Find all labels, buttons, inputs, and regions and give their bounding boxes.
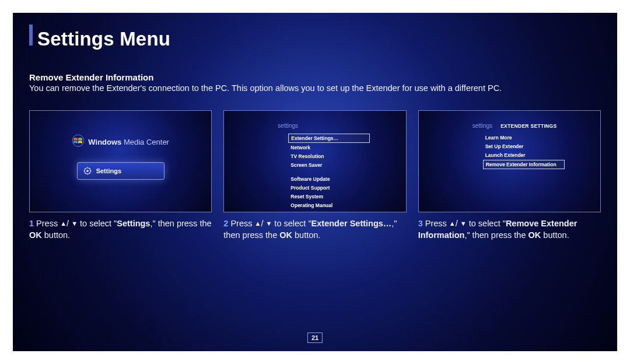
screenshot-panel-1: Windows Media Center xyxy=(29,110,212,212)
up-arrow-icon: ▲ xyxy=(60,220,66,227)
manual-page: Settings Menu Remove Extender Informatio… xyxy=(13,13,617,351)
svg-line-9 xyxy=(85,173,85,174)
panel2-menu-list: Extender Settings… Network TV Resolution… xyxy=(224,134,405,209)
screenshot-panel-2: settings Extender Settings… Network TV R… xyxy=(223,110,406,212)
menu-item-remove-extender-info: Remove Extender Information xyxy=(483,160,565,169)
menu-item-screen-saver: Screen Saver xyxy=(288,161,370,169)
wmc-text-light: Media Center xyxy=(121,138,169,146)
panel3-header: settings EXTENDER SETTINGS xyxy=(419,111,600,134)
menu-item-tv-resolution: TV Resolution xyxy=(288,152,370,160)
menu-item-launch-extender: Launch Extender xyxy=(483,151,565,159)
step-number-1: 1 xyxy=(29,219,34,228)
page-number: 21 xyxy=(307,332,323,343)
menu-item-reset-system: Reset System xyxy=(288,192,370,201)
settings-tile-label: Settings xyxy=(96,167,121,174)
menu-item-software-update: Software Update xyxy=(288,175,370,183)
caption-3: 3Press ▲/ ▼ to select "Remove Extender I… xyxy=(418,218,601,241)
down-arrow-icon: ▼ xyxy=(460,220,467,227)
screenshot-panels: Windows Media Center xyxy=(29,110,601,212)
panel3-menu-list: Learn More Set Up Extender Launch Extend… xyxy=(419,134,600,169)
wmc-logo-row: Windows Media Center xyxy=(30,134,211,149)
menu-item-extender-settings: Extender Settings… xyxy=(288,134,370,143)
svg-line-8 xyxy=(89,173,90,174)
wmc-text-bold: Windows xyxy=(88,138,121,146)
section-heading: Remove Extender Information xyxy=(29,72,601,82)
panel3-crumb: settings xyxy=(473,123,492,129)
svg-point-2 xyxy=(86,170,89,172)
menu-item-operating-manual: Operating Manual xyxy=(288,201,370,209)
menu-item-set-up-extender: Set Up Extender xyxy=(483,142,565,150)
menu-item-product-support: Product Support xyxy=(288,184,370,192)
settings-tile: Settings xyxy=(77,162,164,180)
menu-item-learn-more: Learn More xyxy=(483,134,565,142)
step-number-2: 2 xyxy=(223,219,228,228)
wmc-logo-text: Windows Media Center xyxy=(88,138,169,146)
section-description: You can remove the Extender's connection… xyxy=(29,83,601,93)
step-captions: 1Press ▲/ ▼ to select "Settings," then p… xyxy=(29,218,601,241)
down-arrow-icon: ▼ xyxy=(265,220,272,227)
menu-item-network: Network xyxy=(288,144,370,152)
page-title: Settings Menu xyxy=(37,28,170,50)
svg-line-7 xyxy=(85,168,85,169)
title-accent-bar xyxy=(29,24,33,46)
up-arrow-icon: ▲ xyxy=(255,220,261,227)
panel2-header: settings xyxy=(224,111,405,134)
page-title-row: Settings Menu xyxy=(29,24,601,50)
down-arrow-icon: ▼ xyxy=(71,220,78,227)
svg-line-10 xyxy=(89,168,90,169)
screenshot-panel-3: settings EXTENDER SETTINGS Learn More Se… xyxy=(418,110,601,212)
gear-icon xyxy=(83,167,92,175)
up-arrow-icon: ▲ xyxy=(449,220,456,227)
panel3-title: EXTENDER SETTINGS xyxy=(501,123,556,129)
caption-1: 1Press ▲/ ▼ to select "Settings," then p… xyxy=(29,218,212,241)
panel2-crumb: settings xyxy=(278,123,298,129)
caption-2: 2Press ▲/ ▼ to select "Extender Settings… xyxy=(223,218,406,241)
windows-logo-icon xyxy=(72,134,85,149)
step-number-3: 3 xyxy=(418,219,423,228)
